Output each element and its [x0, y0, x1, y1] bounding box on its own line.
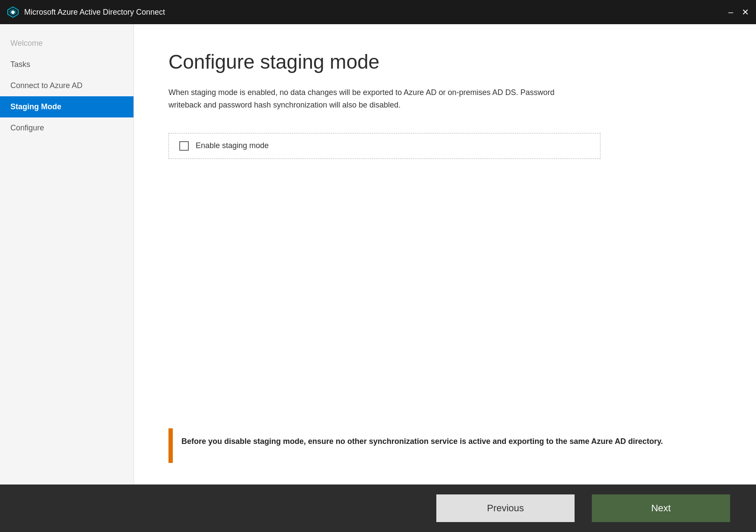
app-window: Microsoft Azure Active Directory Connect…: [0, 0, 756, 532]
sidebar-item-welcome[interactable]: Welcome: [0, 33, 133, 54]
sidebar: Welcome Tasks Connect to Azure AD Stagin…: [0, 24, 134, 484]
staging-mode-checkbox-label: Enable staging mode: [196, 141, 269, 150]
main-layout: Welcome Tasks Connect to Azure AD Stagin…: [0, 24, 756, 484]
content-area: Configure staging mode When staging mode…: [134, 24, 756, 484]
page-description: When staging mode is enabled, no data ch…: [168, 86, 583, 111]
previous-button[interactable]: Previous: [436, 494, 575, 522]
next-button[interactable]: Next: [592, 494, 730, 522]
title-bar-controls: – ✕: [728, 8, 749, 16]
close-button[interactable]: ✕: [742, 8, 749, 16]
minimize-button[interactable]: –: [728, 8, 733, 16]
warning-bar-accent: [168, 428, 173, 463]
staging-mode-checkbox-area[interactable]: Enable staging mode: [168, 133, 600, 159]
title-bar-left: Microsoft Azure Active Directory Connect: [7, 6, 165, 18]
staging-mode-checkbox[interactable]: [179, 141, 189, 151]
sidebar-item-connect-azure-ad[interactable]: Connect to Azure AD: [0, 75, 133, 96]
warning-box: Before you disable staging mode, ensure …: [168, 428, 721, 463]
azure-ad-icon: [7, 6, 19, 18]
app-title: Microsoft Azure Active Directory Connect: [24, 8, 165, 17]
footer: Previous Next: [0, 484, 756, 532]
warning-text: Before you disable staging mode, ensure …: [173, 428, 672, 455]
sidebar-item-staging-mode[interactable]: Staging Mode: [0, 96, 133, 117]
page-title: Configure staging mode: [168, 50, 721, 73]
sidebar-item-tasks[interactable]: Tasks: [0, 54, 133, 75]
sidebar-item-configure[interactable]: Configure: [0, 117, 133, 139]
title-bar: Microsoft Azure Active Directory Connect…: [0, 0, 756, 24]
